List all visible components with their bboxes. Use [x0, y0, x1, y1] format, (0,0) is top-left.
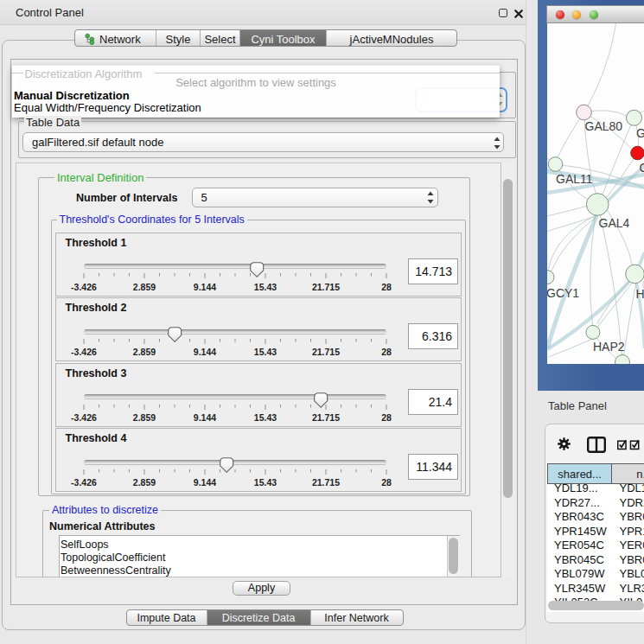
svg-text:GAL11: GAL11: [556, 172, 593, 186]
svg-text:GA: GA: [636, 126, 644, 140]
svg-text:H: H: [635, 287, 644, 301]
svg-text:GCY1: GCY1: [547, 286, 579, 300]
svg-text:HAP2: HAP2: [593, 340, 625, 354]
svg-text:GAL80: GAL80: [584, 119, 622, 133]
svg-text:GAL4: GAL4: [598, 216, 629, 230]
svg-text:C: C: [639, 161, 644, 175]
